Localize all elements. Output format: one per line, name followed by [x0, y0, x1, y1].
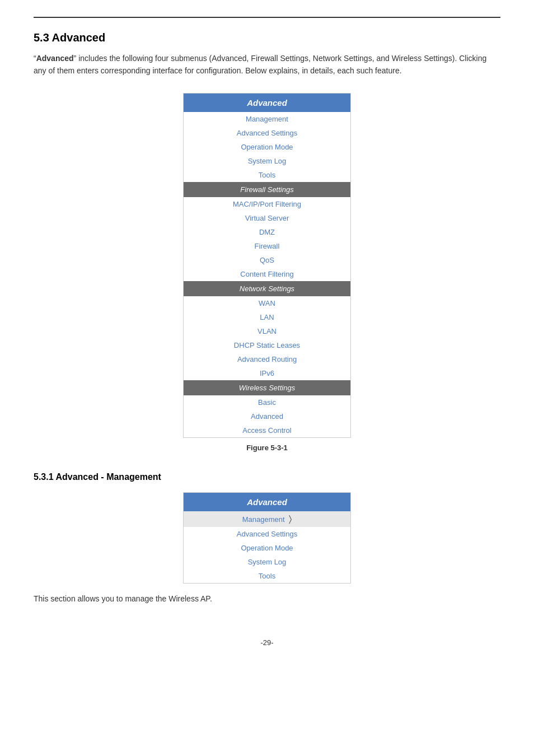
menu-item-dhcp-static-leases[interactable]: DHCP Static Leases [184, 338, 350, 352]
menu-item-advanced-settings[interactable]: Advanced Settings [184, 126, 350, 140]
section-531-desc: This section allows you to manage the Wi… [34, 592, 500, 605]
menu-item-operation-mode-2[interactable]: Operation Mode [184, 541, 350, 555]
menu-item-advanced-settings-2[interactable]: Advanced Settings [184, 527, 350, 541]
menu-item-access-control[interactable]: Access Control [184, 423, 350, 437]
menu-header-2: Advanced [184, 493, 350, 511]
page-container: 5.3 Advanced “Advanced” includes the fol… [0, 0, 534, 756]
menu-item-qos[interactable]: QoS [184, 253, 350, 267]
top-divider [34, 17, 500, 18]
page-number: -29- [34, 638, 500, 647]
menu-item-content-filtering[interactable]: Content Filtering [184, 267, 350, 281]
menu-item-mac-ip-port[interactable]: MAC/IP/Port Filtering [184, 197, 350, 211]
menu-item-system-log[interactable]: System Log [184, 154, 350, 168]
menu-item-tools[interactable]: Tools [184, 168, 350, 182]
menu-item-basic[interactable]: Basic [184, 395, 350, 409]
intro-bold: Advanced [36, 54, 74, 63]
section-53-intro: “Advanced” includes the following four s… [34, 52, 500, 77]
menu-item-firewall[interactable]: Firewall [184, 239, 350, 253]
menu-figure-1: Advanced Management Advanced Settings Op… [34, 93, 500, 438]
menu-figure-2: Advanced Management 〉 Advanced Settings … [34, 492, 500, 584]
menu-item-advanced-routing[interactable]: Advanced Routing [184, 352, 350, 366]
menu-section-wireless: Wireless Settings [184, 380, 350, 395]
menu-item-management-selected[interactable]: Management 〉 [184, 511, 350, 527]
menu-box-2: Advanced Management 〉 Advanced Settings … [183, 492, 351, 584]
menu-item-vlan[interactable]: VLAN [184, 324, 350, 338]
menu-item-dmz[interactable]: DMZ [184, 225, 350, 239]
section-531-title: 5.3.1 Advanced - Management [34, 472, 500, 482]
menu-item-management[interactable]: Management [184, 112, 350, 126]
menu-item-tools-2[interactable]: Tools [184, 569, 350, 583]
menu-item-ipv6[interactable]: IPv6 [184, 366, 350, 380]
menu-section-firewall: Firewall Settings [184, 182, 350, 197]
cursor-icon: 〉 [289, 514, 292, 524]
menu-item-advanced[interactable]: Advanced [184, 409, 350, 423]
figure-caption-1: Figure 5-3-1 [34, 444, 500, 452]
menu-box-1: Advanced Management Advanced Settings Op… [183, 93, 351, 438]
menu-item-wan[interactable]: WAN [184, 296, 350, 310]
menu-item-system-log-2[interactable]: System Log [184, 555, 350, 569]
menu-section-network: Network Settings [184, 281, 350, 296]
menu-item-lan[interactable]: LAN [184, 310, 350, 324]
menu-item-virtual-server[interactable]: Virtual Server [184, 211, 350, 225]
section-53-title: 5.3 Advanced [34, 31, 500, 44]
menu-item-operation-mode[interactable]: Operation Mode [184, 140, 350, 154]
menu-header-1: Advanced [184, 94, 350, 112]
